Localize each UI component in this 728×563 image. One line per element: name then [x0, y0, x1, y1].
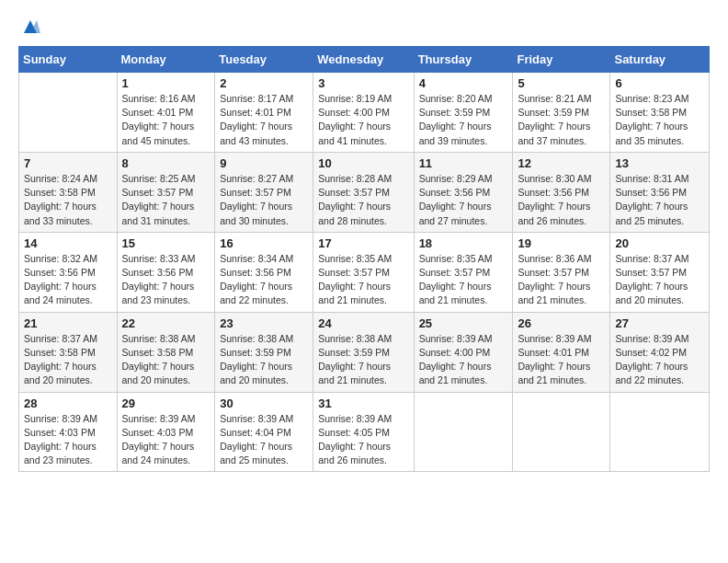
day-number: 25 — [419, 316, 508, 330]
day-number: 7 — [24, 156, 112, 170]
logo — [18, 17, 40, 37]
day-number: 12 — [518, 156, 605, 170]
day-info: Sunrise: 8:35 AM Sunset: 3:57 PM Dayligh… — [318, 252, 408, 308]
calendar-cell: 27Sunrise: 8:39 AM Sunset: 4:02 PM Dayli… — [610, 312, 710, 392]
header — [18, 17, 710, 37]
day-info: Sunrise: 8:37 AM Sunset: 3:57 PM Dayligh… — [615, 252, 704, 308]
calendar-cell: 28Sunrise: 8:39 AM Sunset: 4:03 PM Dayli… — [19, 392, 118, 472]
day-number: 21 — [24, 316, 112, 330]
day-info: Sunrise: 8:31 AM Sunset: 3:56 PM Dayligh… — [615, 172, 704, 228]
calendar-cell: 29Sunrise: 8:39 AM Sunset: 4:03 PM Dayli… — [117, 392, 215, 472]
calendar-cell: 19Sunrise: 8:36 AM Sunset: 3:57 PM Dayli… — [513, 232, 610, 312]
day-number: 30 — [220, 396, 308, 410]
day-number: 22 — [122, 316, 210, 330]
calendar-cell: 20Sunrise: 8:37 AM Sunset: 3:57 PM Dayli… — [610, 232, 710, 312]
calendar-cell — [19, 73, 118, 153]
weekday-header-sunday: Sunday — [19, 47, 118, 73]
day-info: Sunrise: 8:36 AM Sunset: 3:57 PM Dayligh… — [518, 252, 605, 308]
day-number: 2 — [220, 76, 308, 90]
calendar-cell: 15Sunrise: 8:33 AM Sunset: 3:56 PM Dayli… — [117, 232, 215, 312]
day-number: 26 — [518, 316, 605, 330]
day-number: 8 — [122, 156, 210, 170]
day-number: 17 — [318, 236, 408, 250]
day-info: Sunrise: 8:39 AM Sunset: 4:00 PM Dayligh… — [419, 332, 508, 388]
weekday-header-monday: Monday — [117, 47, 215, 73]
day-number: 23 — [220, 316, 308, 330]
calendar-cell: 6Sunrise: 8:23 AM Sunset: 3:58 PM Daylig… — [610, 73, 710, 153]
weekday-header-saturday: Saturday — [610, 47, 710, 73]
calendar-cell: 24Sunrise: 8:38 AM Sunset: 3:59 PM Dayli… — [313, 312, 414, 392]
day-number: 20 — [615, 236, 704, 250]
day-info: Sunrise: 8:32 AM Sunset: 3:56 PM Dayligh… — [24, 252, 112, 308]
calendar-cell: 31Sunrise: 8:39 AM Sunset: 4:05 PM Dayli… — [313, 392, 414, 472]
day-number: 24 — [318, 316, 408, 330]
calendar-week-4: 21Sunrise: 8:37 AM Sunset: 3:58 PM Dayli… — [19, 312, 710, 392]
day-info: Sunrise: 8:39 AM Sunset: 4:01 PM Dayligh… — [518, 332, 605, 388]
day-info: Sunrise: 8:23 AM Sunset: 3:58 PM Dayligh… — [615, 92, 704, 148]
day-info: Sunrise: 8:24 AM Sunset: 3:58 PM Dayligh… — [24, 172, 112, 228]
calendar-cell: 7Sunrise: 8:24 AM Sunset: 3:58 PM Daylig… — [19, 152, 118, 232]
day-number: 11 — [419, 156, 508, 170]
weekday-header-friday: Friday — [513, 47, 610, 73]
calendar-cell: 23Sunrise: 8:38 AM Sunset: 3:59 PM Dayli… — [215, 312, 313, 392]
day-info: Sunrise: 8:34 AM Sunset: 3:56 PM Dayligh… — [220, 252, 308, 308]
calendar-week-3: 14Sunrise: 8:32 AM Sunset: 3:56 PM Dayli… — [19, 232, 710, 312]
day-info: Sunrise: 8:38 AM Sunset: 3:59 PM Dayligh… — [220, 332, 308, 388]
day-number: 10 — [318, 156, 408, 170]
day-info: Sunrise: 8:39 AM Sunset: 4:03 PM Dayligh… — [122, 412, 210, 468]
calendar-header-row: SundayMondayTuesdayWednesdayThursdayFrid… — [19, 47, 710, 73]
calendar-cell: 11Sunrise: 8:29 AM Sunset: 3:56 PM Dayli… — [414, 152, 513, 232]
day-number: 27 — [615, 316, 704, 330]
calendar-cell: 10Sunrise: 8:28 AM Sunset: 3:57 PM Dayli… — [313, 152, 414, 232]
calendar-cell — [414, 392, 513, 472]
calendar-cell: 25Sunrise: 8:39 AM Sunset: 4:00 PM Dayli… — [414, 312, 513, 392]
day-number: 9 — [220, 156, 308, 170]
calendar-cell — [610, 392, 710, 472]
day-info: Sunrise: 8:38 AM Sunset: 3:58 PM Dayligh… — [122, 332, 210, 388]
calendar-cell — [513, 392, 610, 472]
calendar-week-2: 7Sunrise: 8:24 AM Sunset: 3:58 PM Daylig… — [19, 152, 710, 232]
calendar-table: SundayMondayTuesdayWednesdayThursdayFrid… — [18, 46, 710, 472]
day-info: Sunrise: 8:33 AM Sunset: 3:56 PM Dayligh… — [122, 252, 210, 308]
day-info: Sunrise: 8:39 AM Sunset: 4:03 PM Dayligh… — [24, 412, 112, 468]
day-info: Sunrise: 8:29 AM Sunset: 3:56 PM Dayligh… — [419, 172, 508, 228]
calendar-cell: 18Sunrise: 8:35 AM Sunset: 3:57 PM Dayli… — [414, 232, 513, 312]
page: SundayMondayTuesdayWednesdayThursdayFrid… — [0, 0, 728, 563]
calendar-cell: 16Sunrise: 8:34 AM Sunset: 3:56 PM Dayli… — [215, 232, 313, 312]
calendar-cell: 3Sunrise: 8:19 AM Sunset: 4:00 PM Daylig… — [313, 73, 414, 153]
day-info: Sunrise: 8:17 AM Sunset: 4:01 PM Dayligh… — [220, 92, 308, 148]
weekday-header-thursday: Thursday — [414, 47, 513, 73]
calendar-cell: 14Sunrise: 8:32 AM Sunset: 3:56 PM Dayli… — [19, 232, 118, 312]
day-number: 5 — [518, 76, 605, 90]
calendar-cell: 9Sunrise: 8:27 AM Sunset: 3:57 PM Daylig… — [215, 152, 313, 232]
logo-icon — [20, 17, 40, 37]
calendar-cell: 5Sunrise: 8:21 AM Sunset: 3:59 PM Daylig… — [513, 73, 610, 153]
day-number: 15 — [122, 236, 210, 250]
day-info: Sunrise: 8:39 AM Sunset: 4:05 PM Dayligh… — [318, 412, 408, 468]
day-info: Sunrise: 8:35 AM Sunset: 3:57 PM Dayligh… — [419, 252, 508, 308]
day-number: 1 — [122, 76, 210, 90]
day-info: Sunrise: 8:38 AM Sunset: 3:59 PM Dayligh… — [318, 332, 408, 388]
day-info: Sunrise: 8:25 AM Sunset: 3:57 PM Dayligh… — [122, 172, 210, 228]
calendar-week-1: 1Sunrise: 8:16 AM Sunset: 4:01 PM Daylig… — [19, 73, 710, 153]
day-number: 16 — [220, 236, 308, 250]
day-number: 6 — [615, 76, 704, 90]
calendar-cell: 2Sunrise: 8:17 AM Sunset: 4:01 PM Daylig… — [215, 73, 313, 153]
calendar-cell: 22Sunrise: 8:38 AM Sunset: 3:58 PM Dayli… — [117, 312, 215, 392]
calendar-cell: 1Sunrise: 8:16 AM Sunset: 4:01 PM Daylig… — [117, 73, 215, 153]
day-number: 4 — [419, 76, 508, 90]
calendar-cell: 17Sunrise: 8:35 AM Sunset: 3:57 PM Dayli… — [313, 232, 414, 312]
day-info: Sunrise: 8:20 AM Sunset: 3:59 PM Dayligh… — [419, 92, 508, 148]
weekday-header-tuesday: Tuesday — [215, 47, 313, 73]
calendar-cell: 8Sunrise: 8:25 AM Sunset: 3:57 PM Daylig… — [117, 152, 215, 232]
calendar-cell: 4Sunrise: 8:20 AM Sunset: 3:59 PM Daylig… — [414, 73, 513, 153]
day-info: Sunrise: 8:27 AM Sunset: 3:57 PM Dayligh… — [220, 172, 308, 228]
day-number: 14 — [24, 236, 112, 250]
day-info: Sunrise: 8:39 AM Sunset: 4:02 PM Dayligh… — [615, 332, 704, 388]
calendar-cell: 30Sunrise: 8:39 AM Sunset: 4:04 PM Dayli… — [215, 392, 313, 472]
day-info: Sunrise: 8:30 AM Sunset: 3:56 PM Dayligh… — [518, 172, 605, 228]
day-info: Sunrise: 8:16 AM Sunset: 4:01 PM Dayligh… — [122, 92, 210, 148]
day-info: Sunrise: 8:19 AM Sunset: 4:00 PM Dayligh… — [318, 92, 408, 148]
day-number: 18 — [419, 236, 508, 250]
day-number: 3 — [318, 76, 408, 90]
